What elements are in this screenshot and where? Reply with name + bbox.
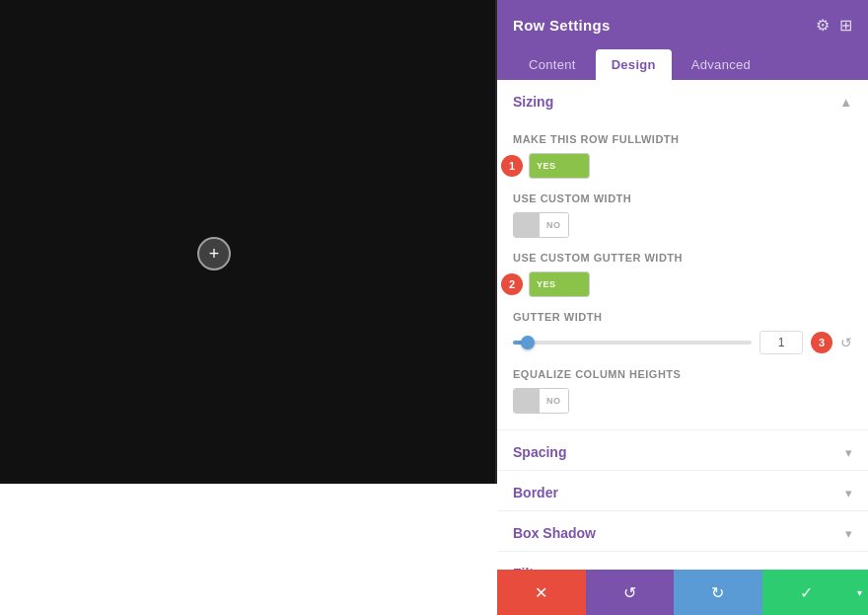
sizing-section-content: Make This Row Fullwidth 1 YES Use Custom… [497,133,868,429]
custom-gutter-toggle[interactable]: YES [529,271,590,297]
sizing-collapse-icon: ▲ [839,95,852,110]
custom-gutter-label: Use Custom Gutter Width [513,252,852,264]
custom-width-row: NO [513,212,852,238]
equalize-thumb [514,389,540,413]
gutter-slider-track[interactable] [513,341,752,345]
panel-header-icons: ⚙ ⊞ [816,16,852,35]
expand-icon[interactable]: ⊞ [839,16,852,35]
step-badge-3: 3 [811,332,832,353]
redo-icon: ↻ [711,583,724,602]
canvas-divider [495,0,497,484]
tab-content[interactable]: Content [513,49,592,80]
make-fullwidth-toggle[interactable]: YES [529,153,590,179]
toggle-yes-label: YES [530,154,563,178]
box-shadow-section-header[interactable]: Box Shadow ▾ [497,511,868,551]
undo-icon: ↺ [623,583,636,602]
toggle-thumb [563,154,589,178]
make-fullwidth-row: 1 YES [513,153,852,179]
spacing-section-header[interactable]: Spacing ▾ [497,430,868,470]
toggle-no-label: NO [540,213,568,237]
undo-button[interactable]: ↺ [586,570,675,615]
equalize-heights-label: Equalize Column Heights [513,368,852,380]
box-shadow-title: Box Shadow [513,525,596,541]
sizing-title: Sizing [513,94,553,110]
filters-section-header[interactable]: Filters ▾ [497,552,868,570]
step-badge-1: 1 [501,155,523,177]
row-settings-panel: Row Settings ⚙ ⊞ Content Design Advanced… [497,0,868,615]
spacing-collapse-icon: ▾ [845,445,852,460]
cancel-button[interactable]: ✕ [497,570,586,615]
canvas-white-bg [0,484,497,615]
box-shadow-section: Box Shadow ▾ [497,510,868,551]
redo-button[interactable]: ↻ [674,570,762,615]
border-section: Border ▾ [497,470,868,510]
gutter-width-label: Gutter Width [513,311,852,323]
step-badge-2: 2 [501,273,523,295]
save-button[interactable]: ✓ [762,570,851,615]
gutter-reset-icon[interactable]: ↺ [840,335,852,350]
make-fullwidth-label: Make This Row Fullwidth [513,133,852,145]
border-collapse-icon: ▾ [845,486,852,500]
canvas-dark-bg [0,0,497,484]
filters-section: Filters ▾ [497,551,868,570]
custom-width-label: Use Custom Width [513,192,852,204]
border-section-header[interactable]: Border ▾ [497,471,868,510]
panel-title: Row Settings [513,17,611,34]
chevron-down-icon: ▾ [857,587,862,598]
tab-design[interactable]: Design [596,49,672,80]
canvas-area: + [0,0,497,615]
cancel-icon: ✕ [535,583,547,602]
box-shadow-collapse-icon: ▾ [845,526,852,541]
toggle-thumb-no [514,213,540,237]
gutter-width-input[interactable] [760,331,803,354]
gutter-slider-thumb[interactable] [521,336,535,349]
tab-bar: Content Design Advanced [497,49,868,80]
panel-body: Sizing ▲ Make This Row Fullwidth 1 YES U… [497,80,868,570]
tab-advanced[interactable]: Advanced [676,49,766,80]
equalize-heights-toggle[interactable]: NO [513,388,569,414]
panel-footer: ✕ ↺ ↻ ✓ ▾ [497,570,868,615]
toggle-yes-gutter-label: YES [530,272,563,296]
equalize-no-label: NO [540,389,568,413]
equalize-heights-row: NO [513,388,852,414]
footer-extra: ▾ [850,570,868,615]
custom-gutter-row: 2 YES [513,271,852,297]
toggle-gutter-thumb [563,272,589,296]
sizing-section-header[interactable]: Sizing ▲ [497,80,868,119]
add-row-button[interactable]: + [197,237,231,270]
settings-icon[interactable]: ⚙ [816,16,830,35]
spacing-title: Spacing [513,444,566,460]
border-title: Border [513,485,558,500]
spacing-section: Spacing ▾ [497,429,868,470]
gutter-width-slider-row: 3 ↺ [513,331,852,354]
save-icon: ✓ [800,583,813,602]
custom-width-toggle[interactable]: NO [513,212,569,238]
panel-header: Row Settings ⚙ ⊞ [497,0,868,49]
